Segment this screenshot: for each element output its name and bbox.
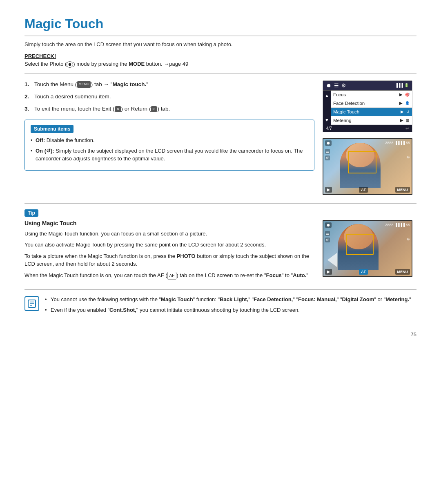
menu-top-bar: ⏺ ☰ ⚙ ▐▐▐ 🔋	[323, 81, 412, 91]
tip-label-wrapper: Tip	[24, 209, 416, 220]
page-title: Magic Touch	[24, 16, 416, 36]
menu-row-face-label: Face Detection	[333, 101, 397, 106]
lcd-menu-btn-2[interactable]: MENU	[395, 269, 410, 275]
menu-row-magic-icon: ↺	[406, 110, 410, 114]
battery-icon: 🔋	[404, 83, 409, 87]
tip-title: Using Magic Touch	[24, 220, 314, 226]
tip-label: Tip	[24, 209, 38, 217]
submenu-item-on: On (↺): Simply touch the subject display…	[31, 147, 308, 163]
nav-up-icon[interactable]: ▲	[325, 93, 329, 98]
lcd-screenshot-2: ⏺ 3888 ▐▐▐▐ 55 ☰ ↺ ⊕ ▶ AF MENU	[323, 220, 412, 277]
gear-icon: ⚙	[341, 82, 346, 89]
lcd-menu-btn-1[interactable]: MENU	[395, 187, 410, 193]
touch-arrow	[327, 253, 337, 267]
photo-mode-icon: ⏺	[67, 61, 73, 68]
focus-box-2	[346, 234, 374, 255]
menu-row-magic-touch[interactable]: Magic Touch ▶ ↺	[331, 108, 412, 116]
right-column: ⏺ ☰ ⚙ ▐▐▐ 🔋 ▲ ▼ Focus ▶	[323, 80, 416, 195]
menu-rows: Focus ▶ 🎯 Face Detection ▶ 👤 Magic Touch…	[331, 91, 412, 125]
tip-body: Using the Magic Touch function, you can …	[24, 230, 314, 280]
lcd-right-icons-2: ⊕	[407, 237, 410, 241]
lcd-zoom-icon-2: ⊕	[407, 237, 410, 241]
menu-back-icon[interactable]: ↩	[405, 126, 409, 131]
lcd-zoom-icon-1: ⊕	[407, 155, 410, 159]
lcd-mode-icon-1: ↺	[325, 155, 330, 160]
tip-right-col: ⏺ 3888 ▐▐▐▐ 55 ☰ ↺ ⊕ ▶ AF MENU	[323, 220, 416, 283]
menu-row-magic-arrow: ▶	[401, 109, 404, 114]
lcd-mode-icon-2: ↺	[325, 238, 330, 242]
lcd-camera-icon-2: ⏺	[325, 222, 332, 228]
focus-box-1	[348, 151, 376, 173]
lcd-top-bar-1: ⏺ 3888 ▐▐▐▐ 55	[325, 140, 410, 146]
submenu-items-list: Off: Disable the function. On (↺): Simpl…	[31, 136, 308, 163]
menu-row-face-detection[interactable]: Face Detection ▶ 👤	[331, 99, 412, 108]
intro-text: Simply touch the area on the LCD screen …	[24, 41, 416, 47]
notes-section: You cannot use the following settings wi…	[24, 289, 416, 323]
step-1-num: 1.	[24, 80, 32, 89]
nav-down-icon[interactable]: ▼	[325, 118, 329, 122]
menu-screenshot: ⏺ ☰ ⚙ ▐▐▐ 🔋 ▲ ▼ Focus ▶	[323, 80, 412, 132]
menu-row-metering[interactable]: Metering ▶ ▦	[331, 116, 412, 125]
tip-section: Tip Using Magic Touch Using the Magic To…	[24, 203, 416, 283]
return-icon: ↩	[151, 106, 157, 113]
lcd-af-btn-1[interactable]: AF	[359, 187, 368, 193]
exit-icon: ✕	[115, 106, 121, 113]
menu-icon: MENU	[77, 81, 91, 88]
lcd-photo-icon-1: ☰	[325, 149, 330, 154]
lcd-photo-icon-2: ☰	[325, 231, 330, 236]
menu-row-focus-icon: 🎯	[405, 93, 410, 97]
step-3-num: 3.	[24, 105, 32, 113]
step-2: 2. Touch a desired submenu item.	[24, 93, 314, 101]
step-2-num: 2.	[24, 93, 32, 101]
menu-nav-col: ▲ ▼	[323, 91, 331, 125]
step-1: 1. Touch the Menu (MENU) tab → "Magic to…	[24, 80, 314, 89]
notes-body: You cannot use the following settings wi…	[45, 295, 416, 317]
menu-row-face-arrow: ▶	[399, 101, 403, 105]
notes-list: You cannot use the following settings wi…	[45, 295, 416, 314]
battery-signal-icons: ▐▐▐ 🔋	[395, 83, 409, 87]
menu-row-metering-label: Metering	[333, 118, 398, 123]
page-number: 75	[24, 331, 416, 337]
step-3-text: To exit the menu, touch the Exit (✕) or …	[34, 105, 170, 113]
signal-icon: ▐▐▐	[395, 83, 403, 87]
submenu-box: Submenu items Off: Disable the function.…	[24, 120, 314, 171]
lcd-play-btn-1[interactable]: ▶	[325, 187, 332, 193]
lcd-top-bar-2: ⏺ 3888 ▐▐▐▐ 55	[325, 222, 410, 228]
menu-row-focus[interactable]: Focus ▶ 🎯	[331, 91, 412, 99]
submenu-header: Submenu items	[31, 125, 74, 133]
menu-row-metering-arrow: ▶	[400, 118, 403, 122]
menu-row-focus-arrow: ▶	[399, 92, 403, 97]
menu-row-magic-label: Magic Touch	[333, 109, 398, 114]
tip-left-col: Using Magic Touch Using the Magic Touch …	[24, 220, 314, 283]
tip-para-4: When the Magic Touch function is on, you…	[24, 271, 314, 280]
notes-icon	[24, 296, 39, 311]
lcd-left-icons-1: ☰ ↺	[325, 149, 330, 160]
menu-body: ▲ ▼ Focus ▶ 🎯 Face Detection ▶ 👤	[323, 91, 412, 125]
list-icon: ☰	[334, 82, 339, 89]
tip-content: Using Magic Touch Using the Magic Touch …	[24, 220, 416, 283]
tip-para-1: Using the Magic Touch function, you can …	[24, 230, 314, 238]
lcd-bottom-bar-1: ▶ AF MENU	[325, 187, 410, 193]
lcd-af-btn-2[interactable]: AF	[359, 269, 368, 275]
step-1-text: Touch the Menu (MENU) tab → "Magic touch…	[34, 80, 148, 89]
tip-para-2: You can also activate Magic Touch by pre…	[24, 241, 314, 249]
lcd-camera-icon-1: ⏺	[325, 140, 332, 146]
steps-list: 1. Touch the Menu (MENU) tab → "Magic to…	[24, 80, 314, 113]
tip-para-3: To take a picture when the Magic Touch f…	[24, 252, 314, 268]
camera-icon: ⏺	[326, 82, 332, 89]
precheck-text: Select the Photo (⏺) mode by pressing th…	[24, 61, 416, 74]
lcd-left-icons-2: ☰ ↺	[325, 231, 330, 242]
menu-counter: 4/7	[326, 126, 332, 131]
menu-top-icons: ⏺ ☰ ⚙	[326, 82, 346, 89]
lcd-play-btn-2[interactable]: ▶	[325, 269, 332, 275]
menu-row-focus-label: Focus	[333, 92, 397, 97]
lcd-top-right-2: 3888 ▐▐▐▐ 55	[385, 223, 410, 227]
note-svg-icon	[27, 299, 37, 309]
note-item-2: Even if the you enabled "Cont.Shot," you…	[45, 306, 416, 314]
main-content: 1. Touch the Menu (MENU) tab → "Magic to…	[24, 80, 416, 195]
lcd-right-icons-1: ⊕	[407, 155, 410, 159]
submenu-item-off: Off: Disable the function.	[31, 136, 308, 144]
menu-row-metering-icon: ▦	[406, 118, 410, 122]
lcd-screenshot-1: ⏺ 3888 ▐▐▐▐ 55 ☰ ↺ ⊕ ▶ AF MENU	[323, 138, 412, 195]
note-item-1: You cannot use the following settings wi…	[45, 295, 416, 304]
